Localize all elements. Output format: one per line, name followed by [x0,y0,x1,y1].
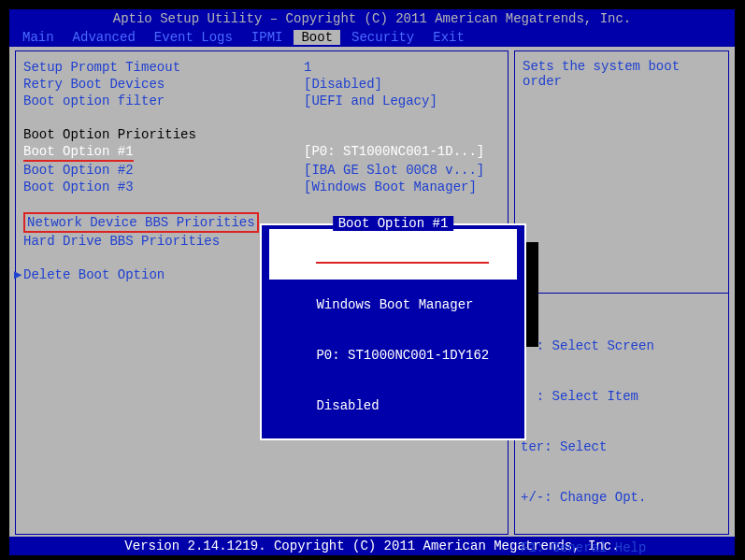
boot-option-popup: Boot Option #1 IBA GE Slot 00C8 v1381 Wi… [260,223,526,440]
box-annotation: Network Device BBS Priorities [23,212,259,233]
popup-option-disabled[interactable]: Disabled [269,381,517,431]
menu-exit[interactable]: Exit [425,30,472,45]
row-setup-prompt-timeout[interactable]: Setup Prompt Timeout 1 [23,59,500,76]
blank-row [23,109,500,126]
title-text: Aptio Setup Utility – Copyright (C) 2011… [113,11,632,26]
submenu-arrow-icon: ▶ [14,266,21,283]
popup-option-windows-boot-manager[interactable]: Windows Boot Manager [269,280,517,330]
boot-option-priorities-heading: Boot Option Priorities [23,126,500,143]
popup-option-label: Windows Boot Manager [316,297,473,312]
row-retry-boot-devices[interactable]: Retry Boot Devices [Disabled] [23,76,500,93]
help-description: Sets the system boot order [523,59,721,89]
menu-bar: Main Advanced Event Logs IPMI Boot Secur… [9,28,735,47]
help-line: : Select Item [521,388,723,405]
blank-row [23,195,500,212]
title-bar: Aptio Setup Utility – Copyright (C) 2011… [9,9,735,28]
value: 1 [304,59,311,76]
menu-advanced[interactable]: Advanced [65,30,143,45]
row-boot-option-filter[interactable]: Boot option filter [UEFI and Legacy] [23,93,500,109]
menu-ipmi[interactable]: IPMI [244,30,291,45]
value: [P0: ST1000NC001-1D...] [304,143,484,162]
label: Boot Option #1 [23,143,304,162]
label: Boot Option #3 [23,179,304,195]
menu-boot[interactable]: Boot [294,30,340,45]
help-panel: Sets the system boot order : Select Scre… [514,50,729,535]
popup-option-label: P0: ST1000NC001-1DY162 [316,348,489,363]
row-boot-option-3[interactable]: Boot Option #3 [Windows Boot Manager] [23,179,500,195]
label: Retry Boot Devices [23,76,304,93]
label: Boot option filter [23,93,304,109]
help-line: F1: General Help [521,539,723,556]
bios-window: Aptio Setup Utility – Copyright (C) 2011… [7,7,737,552]
value: [UEFI and Legacy] [304,93,437,109]
underline-annotation: Boot Option #1 [23,143,134,162]
popup-option-label: Disabled [316,398,379,413]
menu-security[interactable]: Security [344,30,422,45]
popup-option-p0-st1000[interactable]: P0: ST1000NC001-1DY162 [269,330,517,381]
help-line: : Select Screen [521,337,723,354]
menu-main[interactable]: Main [15,30,62,45]
row-boot-option-1[interactable]: Boot Option #1 [P0: ST1000NC001-1D...] [23,143,500,162]
value: [Windows Boot Manager] [304,179,477,195]
popup-option-label: IBA GE Slot 00C8 v1381 [316,247,489,264]
label: Setup Prompt Timeout [23,59,304,76]
help-divider [515,293,728,294]
value: [IBA GE Slot 00C8 v...] [304,162,484,179]
help-keys: : Select Screen : Select Item ter: Selec… [521,300,723,560]
label: Boot Option Priorities [23,126,304,143]
popup-title: Boot Option #1 [333,216,454,231]
help-line: ter: Select [521,438,723,455]
value: [Disabled] [304,76,382,93]
menu-event-logs[interactable]: Event Logs [147,30,240,45]
popup-option-iba-ge[interactable]: IBA GE Slot 00C8 v1381 [269,229,517,280]
help-line: +/-: Change Opt. [521,489,723,506]
row-boot-option-2[interactable]: Boot Option #2 [IBA GE Slot 00C8 v...] [23,162,500,179]
label: Boot Option #2 [23,162,304,179]
